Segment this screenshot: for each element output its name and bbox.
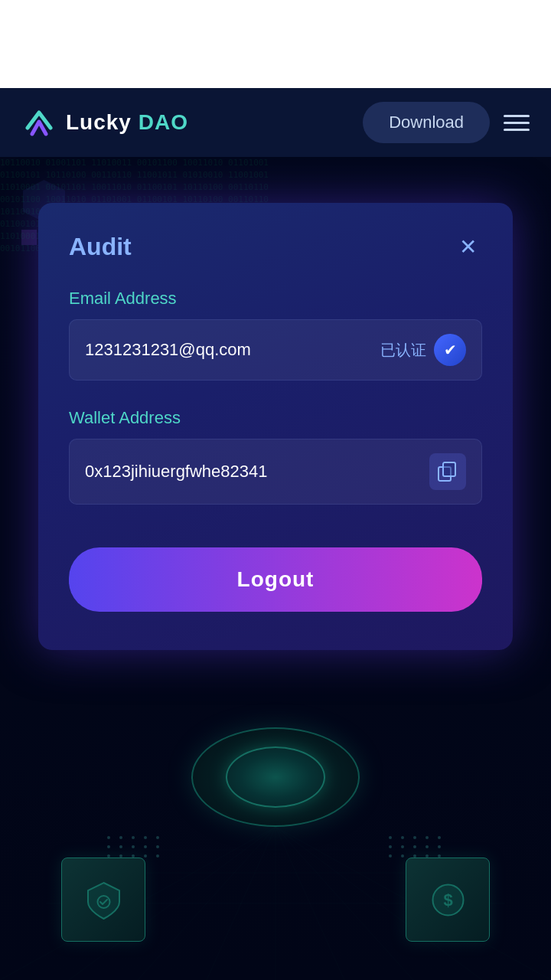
background-area: 10110010 01001101 11010011 00101100 1001… bbox=[0, 157, 551, 980]
svg-rect-1 bbox=[443, 462, 455, 476]
verified-check-icon: ✔ bbox=[434, 334, 466, 366]
logo-area: Lucky DAO bbox=[21, 105, 188, 140]
wallet-field-group: Wallet Address 0x123jihiuergfwhe82341 bbox=[69, 408, 482, 505]
audit-modal: Audit ✕ Email Address 1231231231@qq.com … bbox=[38, 203, 513, 650]
email-label: Email Address bbox=[69, 289, 482, 309]
logo-text: Lucky DAO bbox=[66, 110, 188, 135]
top-white-bar bbox=[0, 0, 551, 88]
modal-overlay: Audit ✕ Email Address 1231231231@qq.com … bbox=[0, 157, 551, 980]
verified-area: 已认证 ✔ bbox=[380, 334, 466, 366]
wallet-input-wrapper: 0x123jihiuergfwhe82341 bbox=[69, 439, 482, 505]
menu-line-2 bbox=[504, 122, 530, 124]
modal-header: Audit ✕ bbox=[69, 232, 482, 261]
download-button[interactable]: Download bbox=[363, 102, 490, 143]
navbar: Lucky DAO Download bbox=[0, 88, 551, 157]
modal-title: Audit bbox=[69, 233, 132, 261]
wallet-label: Wallet Address bbox=[69, 408, 482, 428]
menu-line-1 bbox=[504, 115, 530, 117]
logout-button[interactable]: Logout bbox=[69, 547, 482, 612]
checkmark-icon: ✔ bbox=[444, 341, 457, 359]
copy-button[interactable] bbox=[429, 453, 466, 490]
menu-button[interactable] bbox=[504, 115, 530, 131]
menu-line-3 bbox=[504, 129, 530, 131]
copy-icon bbox=[437, 461, 458, 482]
email-value: 1231231231@qq.com bbox=[85, 340, 380, 360]
modal-close-button[interactable]: ✕ bbox=[453, 232, 482, 261]
nav-right: Download bbox=[363, 102, 530, 143]
logo-icon bbox=[21, 105, 57, 140]
wallet-value: 0x123jihiuergfwhe82341 bbox=[85, 462, 429, 482]
verified-text: 已认证 bbox=[380, 340, 426, 361]
email-input-wrapper: 1231231231@qq.com 已认证 ✔ bbox=[69, 319, 482, 381]
email-field-group: Email Address 1231231231@qq.com 已认证 ✔ bbox=[69, 289, 482, 381]
